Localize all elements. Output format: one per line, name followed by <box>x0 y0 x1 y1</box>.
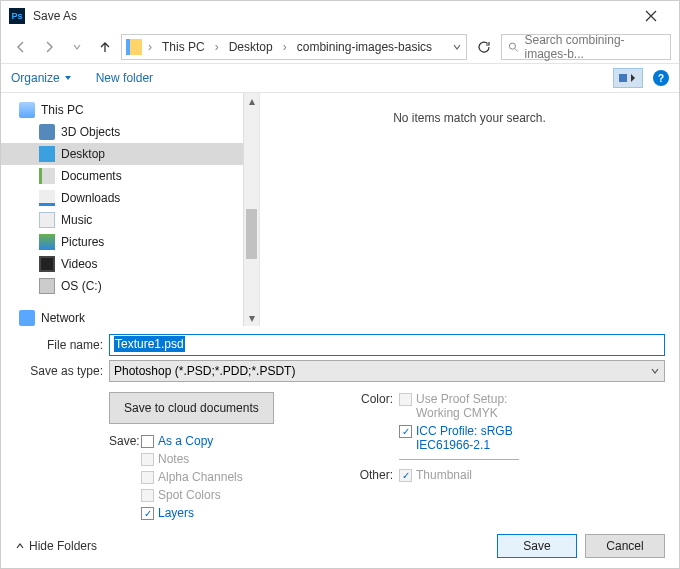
file-list[interactable]: No items match your search. <box>260 93 679 326</box>
svg-point-0 <box>509 43 515 49</box>
chevron-right-icon[interactable]: › <box>213 40 221 54</box>
crumb-folder[interactable]: combining-images-basics <box>291 38 438 56</box>
tree-item-3d-objects[interactable]: 3D Objects <box>1 121 259 143</box>
folder-tree[interactable]: This PC3D ObjectsDesktopDocumentsDownloa… <box>1 93 259 326</box>
tree-scrollbar[interactable]: ▴ ▾ <box>243 93 259 326</box>
tree-item-label: Videos <box>61 257 97 271</box>
checkbox-icon[interactable]: ✓ <box>141 507 154 520</box>
view-button[interactable] <box>613 68 643 88</box>
docs-icon <box>39 168 55 184</box>
filename-input[interactable]: Texture1.psd <box>109 334 665 356</box>
save-option-1: Notes <box>141 452 243 466</box>
save-option-0[interactable]: As a Copy <box>141 434 243 448</box>
toolbar: Organize New folder ? <box>1 63 679 93</box>
vid-icon <box>39 256 55 272</box>
save-option-4[interactable]: ✓Layers <box>141 506 243 520</box>
refresh-button[interactable] <box>471 34 497 60</box>
checkbox-label: ICC Profile: sRGB IEC61966-2.1 <box>416 424 546 452</box>
tree-item-network[interactable]: Network <box>1 307 259 326</box>
help-button[interactable]: ? <box>653 70 669 86</box>
chevron-right-icon[interactable]: › <box>146 40 154 54</box>
checkbox-icon: ✓ <box>399 469 412 482</box>
save-option-2: Alpha Channels <box>141 470 243 484</box>
separator <box>399 456 519 460</box>
filetype-select[interactable]: Photoshop (*.PSD;*.PDD;*.PSDT) <box>109 360 665 382</box>
hide-folders-button[interactable]: Hide Folders <box>15 539 97 553</box>
cancel-button[interactable]: Cancel <box>585 534 665 558</box>
forward-button[interactable] <box>37 35 61 59</box>
close-button[interactable] <box>631 1 671 31</box>
organize-menu[interactable]: Organize <box>11 71 72 85</box>
checkbox-icon <box>141 453 154 466</box>
tree-item-label: This PC <box>41 103 84 117</box>
tree-item-videos[interactable]: Videos <box>1 253 259 275</box>
tree-item-label: Pictures <box>61 235 104 249</box>
tree-item-downloads[interactable]: Downloads <box>1 187 259 209</box>
tree-item-label: OS (C:) <box>61 279 102 293</box>
save-to-cloud-button[interactable]: Save to cloud documents <box>109 392 274 424</box>
os-icon <box>39 278 55 294</box>
checkbox-icon[interactable]: ✓ <box>399 425 412 438</box>
save-section-label: Save: <box>109 434 141 520</box>
tree-item-music[interactable]: Music <box>1 209 259 231</box>
color-option-1[interactable]: ✓ICC Profile: sRGB IEC61966-2.1 <box>399 424 659 452</box>
chevron-down-icon <box>650 366 660 376</box>
folder-icon <box>126 39 142 55</box>
tree-item-pictures[interactable]: Pictures <box>1 231 259 253</box>
checkbox-label: Thumbnail <box>416 468 472 482</box>
thispc-icon <box>19 102 35 118</box>
checkbox-icon <box>141 471 154 484</box>
svg-rect-1 <box>619 74 627 82</box>
tree-item-this-pc[interactable]: This PC <box>1 99 259 121</box>
tree-item-desktop[interactable]: Desktop <box>1 143 259 165</box>
tree-item-os-c-[interactable]: OS (C:) <box>1 275 259 297</box>
pics-icon <box>39 234 55 250</box>
chevron-down-icon <box>64 74 72 82</box>
checkbox-label: Spot Colors <box>158 488 221 502</box>
color-section-label: Color: <box>359 392 399 452</box>
other-option-0: ✓Thumbnail <box>399 468 659 482</box>
checkbox-icon <box>141 489 154 502</box>
filename-label: File name: <box>1 338 109 352</box>
crumb-this-pc[interactable]: This PC <box>156 38 211 56</box>
breadcrumb[interactable]: › This PC › Desktop › combining-images-b… <box>121 34 467 60</box>
tree-item-documents[interactable]: Documents <box>1 165 259 187</box>
search-input[interactable]: Search combining-images-b... <box>501 34 671 60</box>
app-icon: Ps <box>9 8 25 24</box>
music-icon <box>39 212 55 228</box>
checkbox-label: Use Proof Setup: Working CMYK <box>416 392 536 420</box>
navbar: › This PC › Desktop › combining-images-b… <box>1 31 679 63</box>
checkbox-label: Notes <box>158 452 189 466</box>
chevron-right-icon[interactable]: › <box>281 40 289 54</box>
filetype-label: Save as type: <box>1 364 109 378</box>
color-option-0: Use Proof Setup: Working CMYK <box>399 392 659 420</box>
checkbox-icon[interactable] <box>141 435 154 448</box>
search-placeholder: Search combining-images-b... <box>525 33 665 61</box>
tree-item-label: Downloads <box>61 191 120 205</box>
footer: Hide Folders Save Cancel <box>1 524 679 568</box>
other-section-label: Other: <box>359 468 399 482</box>
save-option-3: Spot Colors <box>141 488 243 502</box>
titlebar: Ps Save As <box>1 1 679 31</box>
tree-item-label: Desktop <box>61 147 105 161</box>
down-icon <box>39 190 55 206</box>
main-area: This PC3D ObjectsDesktopDocumentsDownloa… <box>1 93 679 326</box>
scroll-thumb[interactable] <box>246 209 257 259</box>
breadcrumb-dropdown-icon[interactable] <box>452 42 462 52</box>
form-area: File name: Texture1.psd Save as type: Ph… <box>1 326 679 528</box>
search-icon <box>508 41 519 53</box>
tree-item-label: Documents <box>61 169 122 183</box>
scroll-up-icon[interactable]: ▴ <box>244 93 259 109</box>
crumb-desktop[interactable]: Desktop <box>223 38 279 56</box>
checkbox-label: Layers <box>158 506 194 520</box>
scroll-down-icon[interactable]: ▾ <box>244 310 259 326</box>
save-button[interactable]: Save <box>497 534 577 558</box>
new-folder-button[interactable]: New folder <box>96 71 153 85</box>
checkbox-label: As a Copy <box>158 434 213 448</box>
net-icon <box>19 310 35 326</box>
up-button[interactable] <box>93 35 117 59</box>
tree-item-label: 3D Objects <box>61 125 120 139</box>
window-title: Save As <box>33 9 631 23</box>
recent-dropdown-icon[interactable] <box>65 35 89 59</box>
back-button[interactable] <box>9 35 33 59</box>
